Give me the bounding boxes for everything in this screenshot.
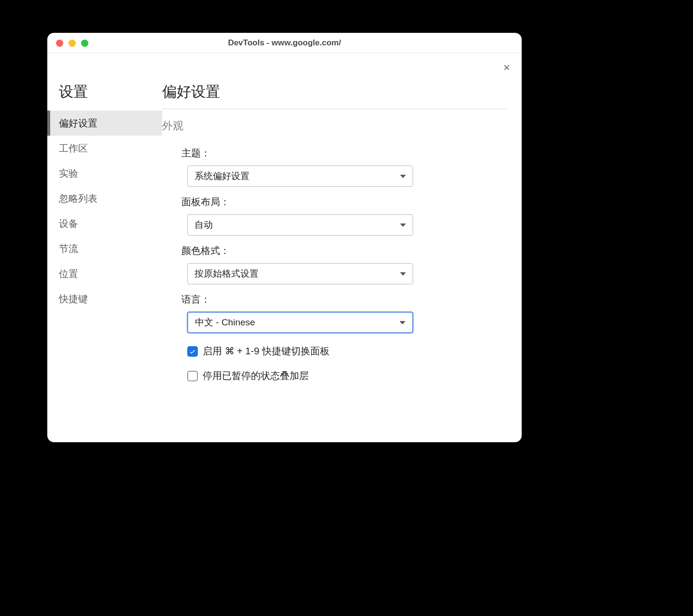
checkbox-overlay[interactable] [187, 371, 198, 381]
close-icon[interactable]: × [503, 62, 510, 73]
checkbox-shortcut-label: 启用 ⌘ + 1-9 快捷键切换面板 [203, 345, 330, 358]
field-theme: 主题： 系统偏好设置 [162, 147, 507, 187]
select-panel-layout-value: 自动 [194, 219, 213, 231]
window-controls [56, 40, 88, 47]
settings-content: × 设置 偏好设置 工作区 实验 忽略列表 设备 节流 位置 快捷键 偏好设置 … [47, 53, 522, 442]
titlebar: DevTools - www.google.com/ [47, 33, 522, 53]
chevron-down-icon [400, 321, 405, 324]
sidebar-item-devices[interactable]: 设备 [47, 211, 162, 236]
select-language-value: 中文 - Chinese [195, 316, 255, 329]
check-icon [189, 348, 196, 355]
sidebar-title: 设置 [47, 82, 162, 111]
checkbox-row-overlay[interactable]: 停用已暂停的状态叠加层 [162, 369, 507, 382]
minimize-window-button[interactable] [69, 40, 76, 47]
label-theme: 主题： [181, 147, 507, 160]
chevron-down-icon [400, 224, 406, 227]
section-appearance: 外观 [162, 119, 507, 133]
settings-main: 偏好设置 外观 主题： 系统偏好设置 面板布局： 自动 颜色格式： 按 [162, 53, 522, 442]
select-theme[interactable]: 系统偏好设置 [187, 166, 413, 187]
sidebar-item-locations[interactable]: 位置 [47, 261, 162, 286]
chevron-down-icon [400, 272, 406, 276]
sidebar-item-experiments[interactable]: 实验 [47, 161, 162, 186]
sidebar-item-workspace[interactable]: 工作区 [47, 136, 162, 161]
select-theme-value: 系统偏好设置 [194, 170, 249, 182]
maximize-window-button[interactable] [81, 40, 88, 47]
close-window-button[interactable] [56, 40, 63, 47]
window-title: DevTools - www.google.com/ [47, 38, 522, 48]
checkbox-overlay-label: 停用已暂停的状态叠加层 [203, 369, 309, 382]
sidebar-item-preferences[interactable]: 偏好设置 [47, 111, 162, 136]
page-title: 偏好设置 [162, 82, 507, 109]
select-panel-layout[interactable]: 自动 [187, 214, 413, 236]
devtools-settings-window: DevTools - www.google.com/ × 设置 偏好设置 工作区… [47, 33, 522, 442]
select-color-format[interactable]: 按原始格式设置 [187, 263, 413, 284]
settings-sidebar: 设置 偏好设置 工作区 实验 忽略列表 设备 节流 位置 快捷键 [47, 53, 162, 442]
select-language[interactable]: 中文 - Chinese [187, 312, 413, 333]
select-color-format-value: 按原始格式设置 [194, 267, 259, 280]
label-language: 语言： [181, 293, 507, 306]
checkbox-shortcut[interactable] [187, 346, 198, 357]
checkbox-row-shortcut[interactable]: 启用 ⌘ + 1-9 快捷键切换面板 [162, 345, 507, 358]
sidebar-item-ignore-list[interactable]: 忽略列表 [47, 186, 162, 211]
field-language: 语言： 中文 - Chinese [162, 293, 507, 333]
chevron-down-icon [400, 175, 406, 178]
sidebar-item-throttling[interactable]: 节流 [47, 236, 162, 261]
sidebar-item-shortcuts[interactable]: 快捷键 [47, 286, 162, 311]
label-color-format: 颜色格式： [181, 244, 507, 257]
field-panel-layout: 面板布局： 自动 [162, 196, 507, 236]
field-color-format: 颜色格式： 按原始格式设置 [162, 244, 507, 284]
label-panel-layout: 面板布局： [181, 196, 507, 209]
